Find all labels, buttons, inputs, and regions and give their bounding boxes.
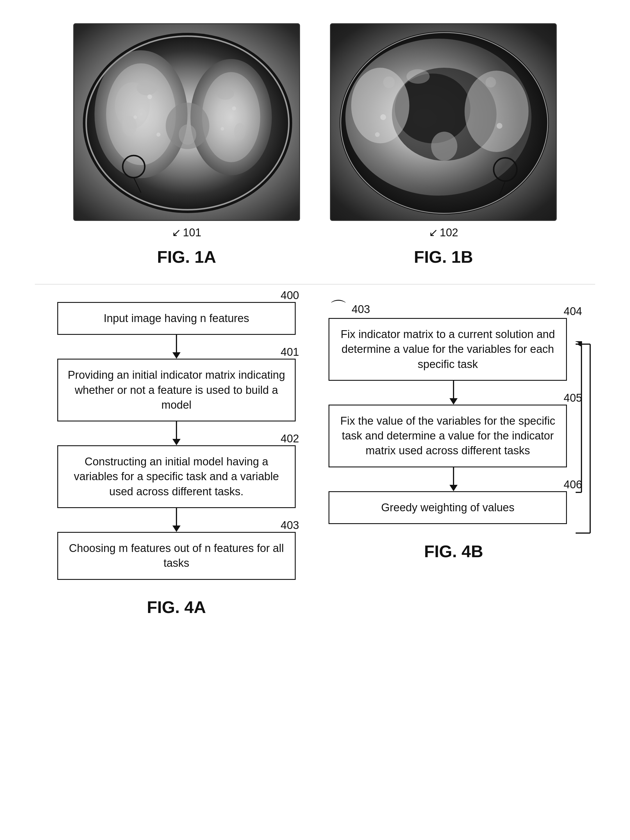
arrow-head-4 [450, 398, 458, 404]
ref-tick-1b: ↙ [429, 226, 438, 239]
svg-point-12 [234, 123, 246, 141]
step-label-401: 401 [281, 346, 299, 358]
flowbox-404: Fix indicator matrix to a current soluti… [328, 318, 567, 381]
arrow-402-403 [172, 508, 180, 532]
flowbox-400: Input image having n features [57, 302, 296, 335]
feedback-arrow-svg [576, 341, 608, 504]
fig1b-image [330, 23, 557, 221]
arrow-401-402 [172, 422, 180, 445]
arrow-404-405 [450, 381, 458, 404]
svg-point-19 [221, 127, 224, 131]
flowbox-406: Greedy weighting of values [328, 491, 567, 524]
fig4b-wrapper: 404 Fix indicator matrix to a current so… [328, 318, 578, 524]
flowbox-403-text: Choosing m features out of n features fo… [68, 541, 286, 571]
fig1a-image [73, 23, 300, 221]
arrow-shaft-2 [176, 422, 177, 439]
arrow-head-3 [172, 526, 180, 532]
fig4b-label-area: ⌒ 403 [330, 302, 370, 316]
svg-point-6 [202, 72, 260, 162]
flowbox-404-text: Fix indicator matrix to a current soluti… [339, 327, 557, 372]
fig1a-container: ↙ 101 FIG. 1A [73, 23, 300, 267]
svg-point-17 [156, 133, 161, 137]
fig4b-403-label: 403 [352, 303, 370, 316]
arrow-shaft-5 [453, 467, 454, 485]
arrow-shaft-3 [176, 508, 177, 526]
ref-tick-1a: ↙ [172, 226, 181, 239]
step-label-400: 400 [281, 289, 299, 302]
svg-point-26 [464, 71, 529, 152]
svg-point-9 [137, 81, 157, 95]
arrow-shaft [176, 335, 177, 352]
svg-point-31 [380, 114, 386, 120]
arrow-400-401 [172, 335, 180, 359]
step-label-404: 404 [564, 305, 582, 318]
fig1a-ref-label: ↙ 101 [172, 226, 201, 239]
fig1b-ref: 102 [440, 226, 458, 239]
arrow-head-5 [450, 485, 458, 491]
fig4a-container: 400 Input image having n features 401 Pr… [46, 302, 306, 617]
page: ↙ 101 FIG. 1A [0, 0, 630, 840]
svg-point-28 [383, 76, 395, 88]
fig4b-container: ⌒ 403 404 [324, 302, 584, 561]
fig4a-caption: FIG. 4A [147, 597, 206, 617]
flowbox-400-text: Input image having n features [104, 311, 249, 326]
arrow-shaft-4 [453, 381, 454, 398]
arrow-head [172, 352, 180, 359]
fig1b-caption: FIG. 1B [414, 247, 473, 267]
fig1b-container: ↙ 102 FIG. 1B [330, 23, 557, 267]
svg-point-18 [232, 106, 236, 111]
fig1a-caption: FIG. 1A [157, 247, 216, 267]
svg-point-10 [122, 116, 137, 136]
section-divider [35, 284, 595, 284]
svg-point-33 [497, 123, 502, 129]
svg-point-32 [375, 132, 380, 137]
flowbox-402: Constructing an initial model having a v… [57, 445, 296, 508]
svg-point-25 [351, 68, 409, 143]
curved-brace: ⌒ [330, 302, 347, 314]
flowbox-406-text: Greedy weighting of values [381, 500, 514, 515]
svg-point-30 [406, 69, 430, 84]
arrow-405-406 [450, 467, 458, 491]
flowbox-401-text: Providing an initial indicator matrix in… [68, 368, 286, 412]
bottom-figures-row: 400 Input image having n features 401 Pr… [35, 302, 595, 617]
flowbox-401: Providing an initial indicator matrix in… [57, 359, 296, 422]
step-label-403: 403 [281, 519, 299, 532]
svg-point-11 [216, 88, 234, 100]
svg-point-8 [179, 125, 196, 145]
flowbox-405: Fix the value of the variables for the s… [328, 404, 567, 467]
fig4b-caption: FIG. 4B [424, 542, 483, 561]
step-label-402: 402 [281, 433, 299, 445]
flowbox-405-text: Fix the value of the variables for the s… [339, 414, 557, 458]
flowbox-403: Choosing m features out of n features fo… [57, 532, 296, 580]
arrow-head-2 [172, 439, 180, 445]
top-figures-row: ↙ 101 FIG. 1A [35, 23, 595, 267]
fig1a-ref: 101 [183, 226, 201, 239]
svg-point-27 [431, 132, 457, 161]
fig1b-ref-label: ↙ 102 [429, 226, 458, 239]
svg-point-29 [486, 77, 496, 87]
svg-point-16 [133, 115, 137, 119]
flowbox-402-text: Constructing an initial model having a v… [68, 454, 286, 499]
svg-point-15 [147, 95, 152, 99]
